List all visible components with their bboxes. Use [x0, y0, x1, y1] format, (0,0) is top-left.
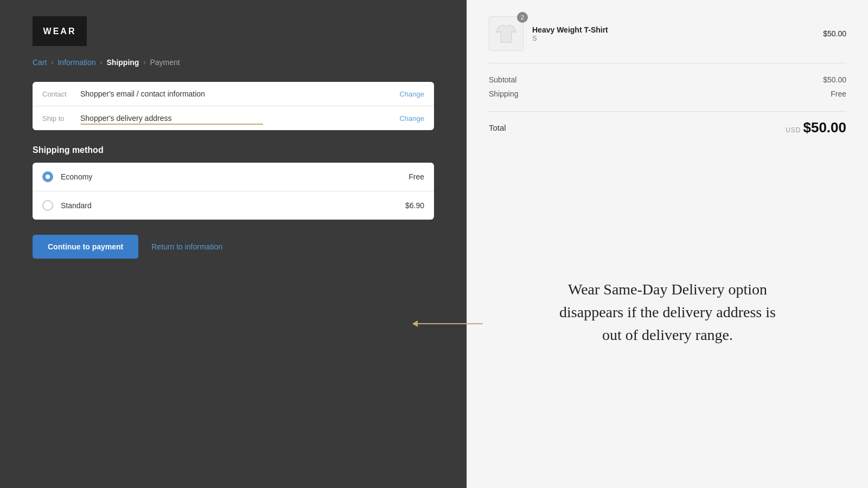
shipto-value: Shopper's delivery address	[80, 114, 399, 123]
breadcrumb-sep-3: ›	[143, 59, 145, 66]
breadcrumb-payment: Payment	[150, 58, 180, 67]
annotation-arrow	[413, 320, 483, 327]
breadcrumb-sep-1: ›	[51, 59, 53, 66]
total-value: $50.00	[803, 119, 846, 136]
subtotal-label: Subtotal	[489, 75, 516, 84]
total-currency: USD	[786, 126, 801, 134]
shipping-label: Shipping	[489, 89, 519, 98]
shipping-method-title: Shipping method	[33, 145, 434, 155]
logo: WEAR	[33, 16, 87, 46]
item-price: $50.00	[823, 29, 846, 38]
economy-price: Free	[409, 172, 424, 181]
shipto-label: Ship to	[42, 114, 80, 123]
shipping-row: Shipping Free	[489, 89, 846, 98]
item-name: Heavy Weight T-Shirt	[532, 25, 823, 34]
breadcrumb-sep-2: ›	[100, 59, 103, 66]
subtotal-row: Subtotal $50.00	[489, 75, 846, 84]
breadcrumb-information[interactable]: Information	[58, 58, 95, 67]
total-row: Total USD $50.00	[489, 111, 846, 136]
buttons-row: Continue to payment Return to informatio…	[33, 235, 434, 259]
economy-label: Economy	[61, 172, 409, 181]
shipping-card: Economy Free Standard $6.90	[33, 163, 434, 220]
item-quantity-badge: 2	[517, 12, 528, 23]
right-panel: 2 Heavy Weight T-Shirt S $50.00 Subtotal…	[467, 0, 868, 488]
contact-label: Contact	[42, 90, 80, 98]
arrow-head	[412, 320, 418, 327]
left-panel: WEAR Cart › Information › Shipping › Pay…	[0, 0, 467, 488]
contact-change[interactable]: Change	[399, 90, 424, 98]
standard-label: Standard	[61, 201, 405, 210]
item-image-wrapper: 2	[489, 16, 524, 51]
annotation-area: Wear Same-Day Delivery option disappears…	[489, 152, 846, 472]
contact-value: Shopper's email / contact information	[80, 89, 399, 98]
item-variant: S	[532, 34, 823, 42]
shipto-change[interactable]: Change	[399, 114, 424, 123]
shipping-value: Free	[831, 89, 846, 98]
shipto-row: Ship to Shopper's delivery address Chang…	[33, 106, 434, 130]
item-details: Heavy Weight T-Shirt S	[532, 25, 823, 42]
shipping-option-standard[interactable]: Standard $6.90	[33, 191, 434, 220]
annotation-text: Wear Same-Day Delivery option disappears…	[554, 278, 782, 346]
total-label: Total	[489, 123, 506, 132]
shipping-option-economy[interactable]: Economy Free	[33, 163, 434, 191]
breadcrumb-cart[interactable]: Cart	[33, 58, 47, 67]
arrow-line	[418, 323, 483, 324]
radio-standard[interactable]	[42, 200, 53, 211]
standard-price: $6.90	[405, 201, 424, 210]
address-underline	[80, 124, 385, 125]
radio-economy[interactable]	[42, 171, 53, 182]
subtotal-value: $50.00	[823, 75, 846, 84]
breadcrumb: Cart › Information › Shipping › Payment	[33, 58, 434, 67]
item-image	[489, 16, 524, 51]
total-amount: USD $50.00	[786, 119, 846, 136]
order-item: 2 Heavy Weight T-Shirt S $50.00	[489, 16, 846, 63]
info-card: Contact Shopper's email / contact inform…	[33, 82, 434, 130]
return-to-information-button[interactable]: Return to information	[151, 242, 222, 251]
continue-to-payment-button[interactable]: Continue to payment	[33, 235, 138, 259]
tshirt-icon	[494, 22, 518, 46]
contact-row: Contact Shopper's email / contact inform…	[33, 82, 434, 106]
logo-text: WEAR	[43, 27, 76, 36]
breadcrumb-shipping: Shipping	[107, 58, 139, 67]
